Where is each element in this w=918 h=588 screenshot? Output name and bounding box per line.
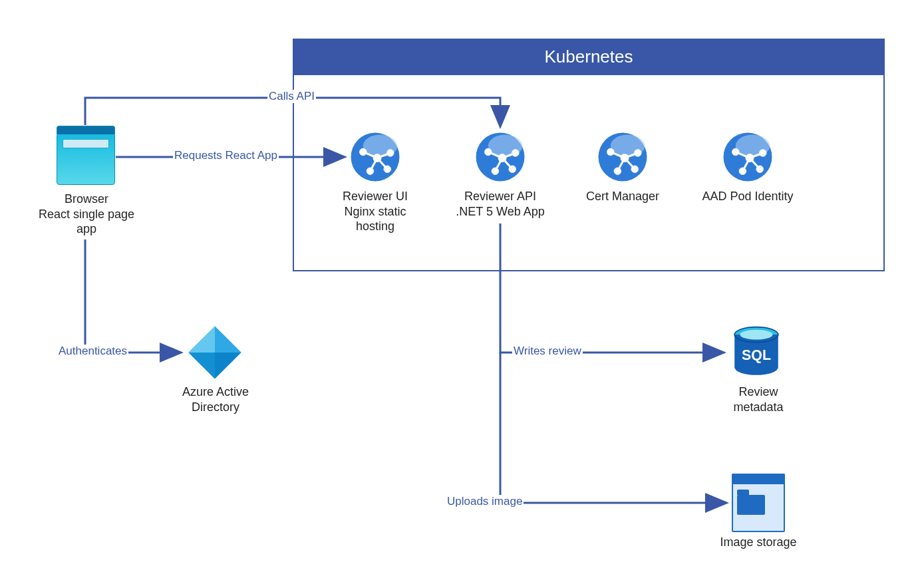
reviewer-api-label: Reviewer API .NET 5 Web App [440,189,560,219]
svg-text:SQL: SQL [742,347,771,363]
azure-active-directory-icon [186,324,243,381]
aad-label: Azure Active Directory [162,384,269,414]
svg-point-32 [631,166,639,173]
svg-point-40 [746,154,754,162]
kubernetes-title: Kubernetes [294,40,883,75]
aad-pod-identity-label: AAD Pod Identity [688,189,808,204]
svg-point-30 [614,168,621,175]
svg-point-41 [739,168,746,175]
webapp-icon [350,132,400,182]
webapp-icon [722,132,773,182]
webapp-icon [475,132,526,182]
svg-point-42 [759,150,766,157]
svg-marker-47 [188,353,215,379]
svg-point-10 [384,166,391,173]
svg-point-17 [484,148,492,156]
svg-point-43 [756,166,764,173]
storage-label: Image storage [705,535,812,550]
edge-label-uploads-image: Uploads image [446,495,524,508]
svg-point-20 [512,150,519,157]
svg-point-29 [621,154,629,162]
webapp-icon [597,132,648,182]
svg-point-6 [359,148,367,156]
browser-icon [57,133,115,185]
svg-point-7 [373,154,381,162]
browser-label: Browser React single page app [27,192,146,237]
svg-point-39 [732,148,739,156]
svg-point-50 [740,330,772,340]
edge-label-calls-api: Calls API [267,90,316,103]
cert-manager-label: Cert Manager [563,189,683,204]
sql-label: Review metadata [705,384,812,414]
edge-label-writes-review: Writes review [512,345,583,358]
edge-label-authenticates: Authenticates [57,345,128,358]
svg-point-28 [607,148,614,156]
svg-marker-46 [188,326,215,353]
svg-point-9 [386,150,394,157]
reviewer-ui-label: Reviewer UI Nginx static hosting [315,189,435,234]
storage-icon [732,482,785,532]
sql-database-icon: SQL [729,326,784,380]
svg-point-31 [634,150,641,157]
svg-point-21 [509,166,516,173]
svg-point-18 [498,154,506,162]
browser-urlbar [63,139,109,148]
svg-marker-45 [215,326,241,353]
svg-point-19 [492,168,499,175]
svg-point-8 [367,168,374,175]
edge-label-requests-app: Requests React App [173,149,279,162]
